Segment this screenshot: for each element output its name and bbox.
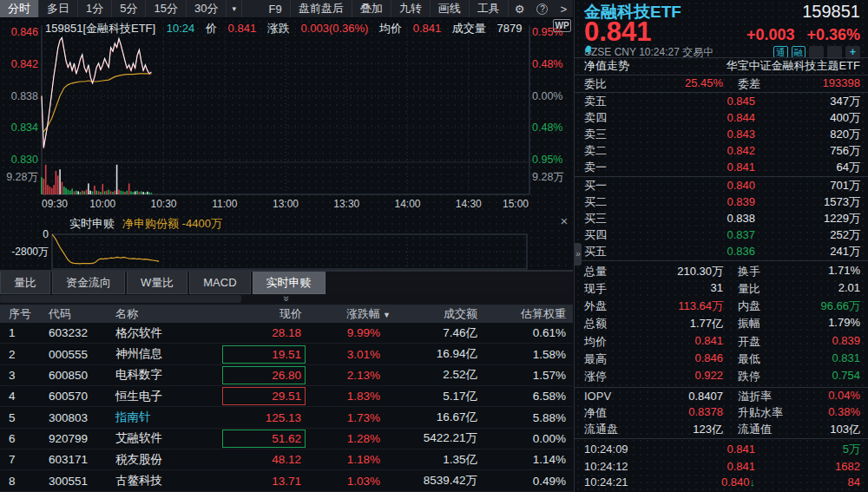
volume-bar (98, 191, 100, 194)
volume-bar (112, 192, 114, 194)
table-row[interactable]: 7603171税友股份48.121.18%1.35亿1.14% (0, 449, 573, 470)
bid-row[interactable]: 买四0.837252万 (584, 227, 860, 243)
volume-bar (128, 183, 130, 194)
stat-row-label: 最高 (584, 351, 607, 367)
period-tab-5[interactable]: 30分 (187, 0, 227, 17)
indicator-tab-0[interactable]: 量比 (0, 272, 50, 294)
y-axis-percent-label: 0.00% (532, 89, 572, 103)
indicator-tab-4[interactable]: 实时申赎 (253, 272, 326, 294)
indicator-tab-2[interactable]: W量比 (127, 272, 187, 294)
ask-row-label: 卖四 (584, 110, 636, 126)
last-price: 0.841 (584, 19, 652, 45)
help-icon[interactable]: ? (530, 0, 554, 17)
period-dropdown-icon[interactable]: ▾ (227, 0, 242, 17)
table-row[interactable]: 3600850电科数字26.802.13%2.52亿1.57% (0, 365, 573, 386)
table-header-cell-4[interactable]: 涨跌幅▼ (312, 306, 392, 322)
help-circle-glyph: ? (536, 3, 548, 15)
table-row[interactable]: 8300551古鳌科技13.711.03%8539.42万0.49% (0, 470, 573, 491)
cell-name: 税友股份 (109, 452, 219, 468)
table-header-cell-0[interactable]: 序号 (0, 306, 42, 322)
tool-button-3[interactable]: 九转 (391, 0, 431, 17)
cell-turnover: 7.46亿 (392, 325, 488, 341)
panel-expand-handle[interactable]: » (575, 243, 582, 266)
cell-price: 13.71 (219, 472, 312, 490)
ask-row[interactable]: 卖二0.842756万 (584, 143, 860, 159)
stats-block: 总量210.30万换手1.71%现手31量比2.01外盘113.64万内盘96.… (584, 263, 860, 385)
period-tab-1[interactable]: 多日 (39, 0, 78, 17)
tick-row: 10:24:210.840↓84 (584, 476, 860, 489)
cell-price: 28.18 (219, 324, 312, 342)
tick-volume: 84 (755, 476, 860, 489)
indicator-tab-1[interactable]: 资金流向 (52, 272, 125, 294)
stat-row-pair: 涨停0.922 (584, 369, 723, 384)
table-row[interactable]: 1603232格尔软件28.189.99%7.46亿0.61% (0, 323, 573, 344)
indicator-subpanel[interactable]: 实时申赎 净申购份额 -4400万 × 0-2800万 (0, 213, 573, 271)
horizontal-scrollbar-thumb[interactable] (0, 295, 241, 303)
volume-bar (145, 193, 147, 194)
tool-button-4[interactable]: 画线 (431, 0, 470, 17)
period-tab-2[interactable]: 1分 (78, 0, 112, 17)
more-chevron-icon[interactable]: > (554, 0, 573, 17)
table-row[interactable]: 6920799艾融软件51.621.28%5422.21万0.00% (0, 429, 573, 449)
table-header-cell-6[interactable]: 估算权重 (488, 306, 573, 322)
tool-button-0[interactable]: F9 (261, 0, 291, 17)
bid-row[interactable]: 买一0.840701万 (584, 178, 860, 194)
intraday-chart-panel[interactable]: 159851[金融科技ETF] 10:24 价 0.841 涨跌 0.003(0… (0, 18, 573, 213)
table-row[interactable]: 4600570恒生电子29.511.83%5.17亿6.58% (0, 386, 573, 407)
tool-button-1[interactable]: 盘前盘后 (291, 0, 352, 17)
iopv-row-label: 流通值 (738, 422, 772, 437)
volume-bar (130, 191, 132, 194)
average-price-line (43, 74, 151, 132)
indicator-tab-3[interactable]: MACD (189, 272, 250, 294)
table-header-cell-1[interactable]: 代码 (42, 306, 109, 322)
bid-row[interactable]: 买三0.8381229万 (584, 211, 860, 226)
period-tab-4[interactable]: 15分 (146, 0, 186, 17)
table-header-cell-3[interactable]: 现价 (219, 306, 312, 322)
cell-code: 600850 (42, 369, 109, 382)
ask-row[interactable]: 卖三0.843820万 (584, 127, 860, 142)
volume-bar (69, 191, 71, 194)
iopv-row-label: 流通盘 (584, 422, 618, 437)
table-header-cell-5[interactable]: 成交额 (392, 306, 488, 322)
nav-trend-label[interactable]: 净值走势 (584, 58, 629, 74)
stat-row-value: 0.846 (694, 351, 723, 367)
ask-row-volume: 820万 (755, 127, 860, 142)
stat-row-pair: 最高0.846 (584, 351, 723, 367)
subpanel-chart-canvas[interactable] (0, 213, 573, 271)
bid-row[interactable]: 买二0.8391573万 (584, 194, 860, 210)
bid-row[interactable]: 买五0.836241万 (584, 244, 860, 259)
volume-bar (71, 189, 73, 195)
cell-price: 51.62 (219, 430, 312, 448)
chevron-down-icon: » (282, 296, 291, 302)
ask-row[interactable]: 卖一0.84164万 (584, 160, 860, 175)
tool-button-5[interactable]: 工具 (470, 0, 509, 17)
intraday-chart-canvas[interactable] (0, 18, 573, 213)
cell-name: 神州信息 (109, 346, 219, 362)
volume-bar (142, 192, 144, 194)
cell-code: 300803 (42, 411, 109, 424)
ask-row[interactable]: 卖四0.844400万 (584, 110, 860, 126)
volume-bar (106, 191, 108, 194)
cell-name: 恒生电子 (109, 389, 219, 404)
collapse-panel-button[interactable]: » (277, 294, 296, 305)
cell-change-percent: 1.83% (312, 390, 392, 403)
x-axis-time-label: 10:00 (83, 198, 122, 210)
volume-bar (43, 179, 45, 194)
chart-time: 10:24 (167, 22, 195, 35)
tool-button-2[interactable]: 叠加 (352, 0, 391, 17)
table-row[interactable]: 2000555神州信息19.513.01%16.94亿1.58% (0, 344, 573, 364)
volume-bar (74, 191, 76, 194)
cell-index: 5 (0, 411, 42, 424)
stat-row: 总额1.77亿振幅1.79% (584, 316, 860, 332)
ask-row[interactable]: 卖五0.845347万 (584, 94, 860, 109)
gear-icon[interactable]: ⚙ (509, 0, 531, 17)
table-header-cell-2[interactable]: 名称 (109, 306, 219, 322)
bid-row-volume: 1573万 (755, 194, 860, 210)
period-tab-0[interactable]: 分时 (0, 0, 39, 17)
table-row[interactable]: 5300803指南针125.131.73%16.67亿5.88% (0, 407, 573, 428)
change-value: 0.003(0.36%) (300, 22, 368, 35)
sort-descending-icon[interactable]: ▼ (383, 311, 391, 319)
volume-bar (86, 190, 88, 194)
x-axis-time-label: 10:30 (145, 198, 183, 210)
period-tab-3[interactable]: 5分 (112, 0, 146, 17)
